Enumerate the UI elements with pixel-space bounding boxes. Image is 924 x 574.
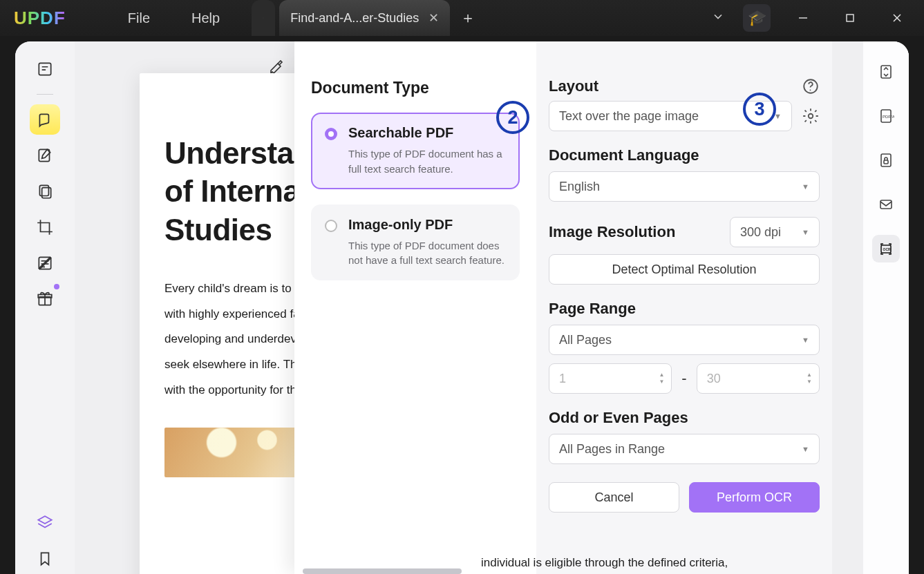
document-type-title: Document Type <box>311 79 520 97</box>
chevron-down-icon: ▼ <box>802 182 809 191</box>
resolution-label: Image Resolution <box>549 223 675 241</box>
option-image-only-pdf[interactable]: Image-only PDF This type of PDF document… <box>311 204 520 281</box>
rsidebar-email-button[interactable] <box>872 191 900 218</box>
radio-unselected-icon <box>325 220 337 232</box>
pagerange-select-value: All Pages <box>559 333 612 347</box>
title-bar: UPDF File Help Find-and-A...er-Studies ✕… <box>0 0 924 36</box>
language-select-value: English <box>559 180 600 194</box>
annotation-bubble-3: 3 <box>743 93 776 126</box>
page-from-input[interactable]: 1 <box>549 363 672 394</box>
page-overflow-text: individual is eligible through the defin… <box>481 556 728 570</box>
rsidebar-convert-button[interactable] <box>872 58 900 86</box>
chevron-down-icon: ▼ <box>802 336 809 344</box>
layout-settings-icon[interactable] <box>802 107 820 125</box>
rsidebar-ocr-button[interactable]: OCR <box>872 235 900 262</box>
option-image-only-pdf-label: Image-only PDF <box>348 217 507 233</box>
window-minimize-button[interactable] <box>789 4 818 32</box>
svg-point-20 <box>810 90 811 91</box>
left-sidebar <box>15 41 75 574</box>
annotation-bubble-2: 2 <box>496 101 529 134</box>
svg-rect-4 <box>39 63 50 75</box>
chevron-down-icon: ▼ <box>802 445 809 453</box>
svg-rect-26 <box>884 160 888 164</box>
page-to-stepper[interactable]: ▲▼ <box>803 367 815 390</box>
option-searchable-pdf-label: Searchable PDF <box>348 125 507 141</box>
oddeven-select[interactable]: All Pages in Range▼ <box>549 434 820 464</box>
page-to-input[interactable]: 30 <box>697 363 820 394</box>
window-close-button[interactable] <box>883 4 912 32</box>
account-avatar[interactable]: 🎓 <box>743 4 771 32</box>
sidebar-comment-button[interactable] <box>30 104 60 135</box>
document-tab[interactable]: Find-and-A...er-Studies ✕ <box>279 0 450 36</box>
sidebar-bookmark-button[interactable] <box>30 544 60 574</box>
svg-rect-1 <box>847 15 854 21</box>
resolution-select-value: 300 dpi <box>740 225 781 240</box>
layout-label: Layout <box>549 77 598 95</box>
tab-bar: Find-and-A...er-Studies ✕ ＋ <box>252 0 486 36</box>
svg-rect-9 <box>42 188 51 198</box>
svg-marker-18 <box>38 516 52 524</box>
svg-text:OCR: OCR <box>883 247 892 251</box>
option-image-only-pdf-desc: This type of PDF document does not have … <box>348 238 507 269</box>
layout-select-value: Text over the page image <box>559 109 699 124</box>
svg-text:PDF/A: PDF/A <box>883 115 894 119</box>
new-tab-button[interactable]: ＋ <box>454 0 482 36</box>
oddeven-select-value: All Pages in Range <box>559 442 665 457</box>
sidebar-reader-button[interactable] <box>30 54 60 84</box>
perform-ocr-button[interactable]: Perform OCR <box>689 482 820 513</box>
option-searchable-pdf-desc: This type of PDF document has a full tex… <box>348 146 507 177</box>
main-area: Understanding the Need of International … <box>75 41 909 574</box>
cancel-button[interactable]: Cancel <box>549 482 679 513</box>
option-searchable-pdf[interactable]: Searchable PDF This type of PDF document… <box>311 113 520 189</box>
tab-history-button[interactable] <box>252 0 275 36</box>
oddeven-label: Odd or Even Pages <box>549 409 820 427</box>
sidebar-gift-button[interactable] <box>30 284 60 314</box>
language-label: Document Language <box>549 146 820 164</box>
sidebar-crop-button[interactable] <box>30 212 60 242</box>
sidebar-edit-button[interactable] <box>30 140 60 171</box>
right-sidebar: PDF/A OCR <box>863 41 909 574</box>
pagerange-select[interactable]: All Pages▼ <box>549 325 820 355</box>
app-logo: UPDF <box>14 8 66 29</box>
language-select[interactable]: English▼ <box>549 171 820 202</box>
close-tab-icon[interactable]: ✕ <box>428 10 439 26</box>
menu-file[interactable]: File <box>128 10 150 26</box>
tabs-overflow-button[interactable] <box>711 10 725 27</box>
window-maximize-button[interactable] <box>836 4 865 32</box>
radio-selected-icon <box>325 128 337 140</box>
divider <box>37 94 53 95</box>
plus-icon: ＋ <box>460 8 475 28</box>
svg-rect-8 <box>39 185 48 195</box>
sidebar-redact-button[interactable] <box>30 248 60 278</box>
rsidebar-pdfa-button[interactable]: PDF/A <box>872 102 900 130</box>
sidebar-organize-button[interactable] <box>30 176 60 207</box>
svg-rect-27 <box>880 200 892 209</box>
menu-help[interactable]: Help <box>191 10 220 26</box>
help-icon[interactable] <box>802 77 820 95</box>
svg-point-21 <box>809 114 813 119</box>
detect-resolution-button[interactable]: Detect Optimal Resolution <box>549 254 820 285</box>
range-dash: - <box>681 370 686 388</box>
sidebar-layers-button[interactable] <box>30 508 60 538</box>
pagerange-label: Page Range <box>549 300 820 318</box>
chevron-down-icon: ▼ <box>802 228 809 236</box>
resolution-select[interactable]: 300 dpi▼ <box>730 217 820 247</box>
page-from-stepper[interactable]: ▲▼ <box>655 367 668 390</box>
rsidebar-protect-button[interactable] <box>872 146 900 174</box>
horizontal-scrollbar[interactable] <box>303 568 462 574</box>
document-tab-label: Find-and-A...er-Studies <box>290 11 419 26</box>
ocr-settings-panel: Layout Text over the page image▼ Documen… <box>536 41 832 574</box>
